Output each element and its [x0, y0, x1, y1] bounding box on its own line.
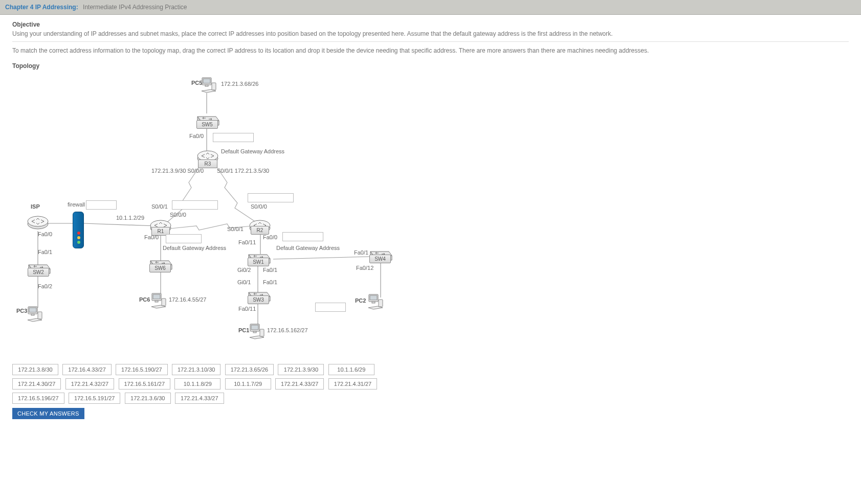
r3-s000: 172.21.3.9/30 S0/0/0	[151, 168, 204, 174]
r2-s000: S0/0/0	[251, 203, 267, 210]
r2-label: R2	[251, 226, 269, 235]
answer-chip[interactable]: 10.1.1.8/29	[174, 378, 220, 390]
drop-r1-fa00[interactable]	[166, 234, 202, 243]
answer-chip[interactable]: 172.21.4.30/27	[12, 378, 61, 390]
pc1-label: PC1	[238, 327, 249, 333]
sw3-label: SW3	[248, 295, 269, 304]
answer-chip[interactable]: 172.21.4.33/27	[175, 393, 224, 404]
answer-chip[interactable]: 172.21.3.6/30	[125, 393, 171, 404]
breadcrumb: Chapter 4 IP Addressing: Intermediate IP…	[0, 0, 861, 15]
sw2-label: SW2	[28, 268, 49, 277]
sw3-fa011: Fa0/11	[238, 306, 256, 312]
dga-r1: Default Gateway Address	[163, 245, 226, 251]
sw1-fa01-b: Fa0/1	[263, 279, 277, 285]
check-answers-button[interactable]: CHECK MY ANSWERS	[12, 408, 84, 419]
sw4-fa012: Fa0/12	[356, 265, 373, 271]
ip-10112: 10.1.1.2/29	[116, 215, 144, 221]
pc5-ip: 172.21.3.68/26	[221, 81, 258, 87]
drop-firewall[interactable]	[86, 200, 117, 210]
r1-fa00: Fa0/0	[144, 234, 159, 240]
answer-chip[interactable]: 172.21.4.31/27	[328, 378, 377, 390]
chapter-label: Chapter 4 IP Addressing:	[5, 4, 78, 11]
answer-row-3: 172.16.5.196/27 172.16.5.191/27 172.21.3…	[12, 393, 849, 404]
answer-chip[interactable]: 172.16.5.196/27	[12, 393, 64, 404]
answer-chip[interactable]: 172.21.3.8/30	[12, 364, 58, 375]
answer-chip[interactable]: 172.21.3.9/30	[278, 364, 324, 375]
answer-chip[interactable]: 172.16.5.191/27	[69, 393, 121, 404]
r3-label: R3	[198, 159, 217, 168]
drop-r1-s001[interactable]	[172, 200, 218, 210]
page-title: Intermediate IPv4 Addressing Practice	[83, 4, 187, 11]
r2-fa00: Fa0/0	[263, 234, 277, 240]
answer-pool: 172.21.3.8/30 172.16.4.33/27 172.16.5.19…	[12, 364, 849, 404]
isp-fa01: Fa0/1	[38, 249, 52, 255]
answer-chip[interactable]: 10.1.1.7/29	[225, 378, 271, 390]
sw5-label: SW5	[196, 120, 218, 129]
pc-icon	[201, 77, 217, 93]
isp-label: ISP	[31, 203, 40, 210]
objective-text-1: Using your understanding of IP addresses…	[12, 29, 849, 38]
sw1-gi01: Gi0/1	[237, 279, 251, 285]
answer-chip[interactable]: 172.16.5.161/27	[119, 378, 171, 390]
r1-s001: S0/0/1	[151, 203, 168, 210]
topology-heading: Topology	[12, 62, 849, 70]
pc-icon	[367, 293, 384, 310]
drop-r2-s000[interactable]	[248, 193, 294, 202]
isp-fa00: Fa0/0	[38, 231, 52, 237]
pc-icon	[27, 306, 43, 322]
answer-chip[interactable]: 172.21.4.32/27	[65, 378, 114, 390]
fa00-sw5: Fa0/0	[189, 133, 204, 139]
answer-chip[interactable]: 10.1.1.6/29	[328, 364, 374, 375]
svg-line-16	[273, 257, 370, 259]
sw1-gi02: Gi0/2	[237, 267, 251, 273]
dga-r3: Default Gateway Address	[221, 148, 284, 154]
r1-s000: S0/0/0	[170, 212, 186, 218]
firewall-label: firewall	[68, 201, 85, 208]
firewall-icon	[73, 212, 84, 248]
answer-chip[interactable]: 172.16.5.190/27	[116, 364, 168, 375]
pc2-label: PC2	[355, 297, 366, 304]
sw6-label: SW6	[149, 264, 171, 272]
pc-icon	[249, 323, 265, 339]
answer-row-2: 172.21.4.30/27 172.21.4.32/27 172.16.5.1…	[12, 378, 849, 390]
dga-r2: Default Gateway Address	[276, 245, 340, 251]
sw1-label: SW1	[248, 258, 269, 266]
sw1-fa01-a: Fa0/1	[263, 267, 277, 273]
pc6-ip: 172.16.4.55/27	[169, 296, 206, 303]
pc1-ip: 172.16.5.162/27	[267, 327, 308, 333]
r3-s001: S0/0/1 172.21.3.5/30	[217, 168, 269, 174]
pc6-label: PC6	[139, 296, 150, 303]
svg-line-9	[84, 223, 156, 226]
drop-pc2[interactable]	[315, 303, 346, 312]
sw1-fa011: Fa0/11	[238, 239, 256, 245]
answer-row-1: 172.21.3.8/30 172.16.4.33/27 172.16.5.19…	[12, 364, 849, 375]
divider	[12, 41, 849, 42]
router-icon	[27, 215, 49, 230]
answer-chip[interactable]: 172.21.3.10/30	[172, 364, 220, 375]
r2-s001: S0/0/1	[227, 226, 244, 232]
pc-icon	[150, 292, 167, 309]
answer-chip[interactable]: 172.21.3.65/26	[225, 364, 274, 375]
sw4-label: SW4	[369, 255, 391, 263]
answer-chip[interactable]: 172.16.4.33/27	[62, 364, 111, 375]
topology-diagram: PC5 172.21.3.68/26 SW5 Fa0/0 R3 Default …	[12, 73, 849, 359]
drop-r2-fa00[interactable]	[282, 232, 323, 241]
drop-r3-fa00[interactable]	[213, 133, 254, 142]
sw2-fa02: Fa0/2	[38, 283, 52, 289]
answer-chip[interactable]: 172.21.4.33/27	[275, 378, 324, 390]
objective-text-2: To match the correct address information…	[12, 46, 849, 55]
objective-heading: Objective	[12, 21, 849, 28]
pc3-label: PC3	[16, 308, 27, 314]
sw4-fa01: Fa0/1	[354, 249, 368, 256]
